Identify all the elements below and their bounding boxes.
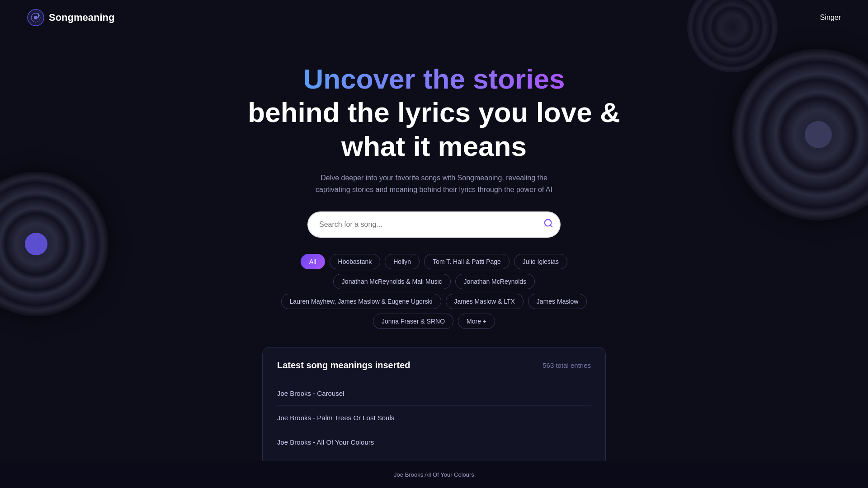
song-item[interactable]: Joe Brooks - Carousel <box>277 381 591 406</box>
filter-tag[interactable]: James Maslow & LTX <box>446 294 524 309</box>
filter-tag[interactable]: Jonathan McReynolds <box>455 274 535 289</box>
song-item[interactable]: Joe Brooks - All Of Your Colours <box>277 430 591 454</box>
search-icon <box>543 218 553 228</box>
filter-tag[interactable]: Jonathan McReynolds & Mali Music <box>333 274 451 289</box>
filter-tag[interactable]: All <box>301 254 325 269</box>
logo-icon <box>27 9 44 26</box>
bottom-bar: Joe Brooks All Of Your Colours <box>0 461 868 488</box>
filter-tag[interactable]: Lauren Mayhew, James Maslow & Eugene Ugo… <box>281 294 441 309</box>
filter-tags: AllHoobastankHollynTom T. Hall & Patti P… <box>258 254 610 329</box>
header: Songmeaning Singer <box>0 0 868 35</box>
filter-tag[interactable]: Jonna Fraser & SRNO <box>373 314 453 329</box>
filter-tag[interactable]: Julio Iglesias <box>514 254 567 269</box>
logo-text: Songmeaning <box>49 12 114 23</box>
filter-tag[interactable]: James Maslow <box>528 294 587 309</box>
svg-line-4 <box>550 225 552 227</box>
headline-main: behind the lyrics you love & what it mea… <box>248 96 620 163</box>
filter-tag[interactable]: More + <box>458 314 495 329</box>
svg-point-2 <box>34 16 38 19</box>
search-input[interactable] <box>307 211 561 238</box>
filter-tag[interactable]: Hollyn <box>385 254 420 269</box>
song-item[interactable]: Joe Brooks - Palm Trees Or Lost Souls <box>277 406 591 430</box>
latest-card: Latest song meanings inserted 563 total … <box>262 347 606 467</box>
hero-subtitle: Delve deeper into your favorite songs wi… <box>307 172 561 195</box>
filter-tag[interactable]: Hoobastank <box>330 254 381 269</box>
nav-singer-link[interactable]: Singer <box>820 14 841 21</box>
search-container <box>307 211 561 238</box>
nav: Singer <box>820 14 841 22</box>
search-button[interactable] <box>543 218 553 231</box>
main-content: Uncover the stories behind the lyrics yo… <box>0 35 868 467</box>
filter-tag[interactable]: Tom T. Hall & Patti Page <box>424 254 509 269</box>
headline-gradient: Uncover the stories <box>303 62 565 96</box>
songs-list: Joe Brooks - CarouselJoe Brooks - Palm T… <box>277 381 591 454</box>
latest-header: Latest song meanings inserted 563 total … <box>277 360 591 371</box>
logo[interactable]: Songmeaning <box>27 9 114 26</box>
now-playing-text: Joe Brooks All Of Your Colours <box>394 471 474 478</box>
latest-title: Latest song meanings inserted <box>277 360 410 371</box>
latest-count: 563 total entries <box>542 361 591 369</box>
